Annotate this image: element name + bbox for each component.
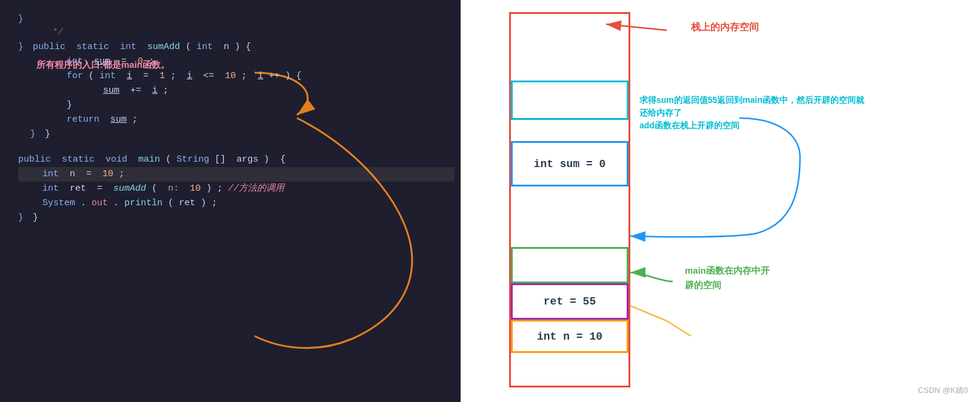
code-line-blank [18,142,455,153]
ann-return-value: 求得sum的返回值55返回到main函数中，然后开辟的空间就还给内存了 add函… [639,94,870,132]
svg-line-5 [630,306,667,321]
stack-top-empty [511,14,628,81]
csdn-watermark: CSDN @K婧0 [918,385,968,396]
ann-stack-memory: 栈上的内存空间 [691,21,759,34]
diagram-panel: int sum = 0 ret = 55 int n = 10 栈上的内存空间 … [461,0,980,402]
code-line: */ [18,25,455,40]
code-line-n: int n = 10 ; [18,167,455,182]
stack-n-box: int n = 10 [511,320,628,353]
code-line: } [18,12,455,25]
code-line-sum-add: sum += i ; [18,84,455,98]
stack-middle-empty [511,186,628,247]
bracket: } [18,211,25,224]
main-container: 所有程序的入口:都是main函数。 } */ } public static i… [0,0,980,402]
code-line-ret: int ret = sumAdd ( n: 10 ) ; //方法的调用 [18,182,455,196]
comment: */ [30,25,63,40]
n-label: int n = 10 [537,331,602,343]
code-line-return: return sum ; [18,113,455,127]
code-block: } */ } public static int sumAdd ( int n … [18,12,455,225]
int-sum-label: int sum = 0 [534,158,606,170]
stack-green-box [511,247,628,283]
code-line-main: public static void main ( String [] args… [18,153,455,167]
bracket: } [18,40,25,53]
svg-line-6 [667,321,691,336]
stack-container: int sum = 0 ret = 55 int n = 10 [509,12,630,387]
code-panel: 所有程序的入口:都是main函数。 } */ } public static i… [0,0,461,402]
ret-label: ret = 55 [544,295,596,308]
code-line-close: } [18,98,455,113]
ann-main-space: main函数在内存中开辟的空间 [685,263,770,292]
code-line-close3: } } [18,211,455,225]
bracket: } [30,127,38,140]
stack-cyan-box [511,81,628,120]
stack-ret-box: ret = 55 [511,283,628,320]
bracket: } [18,12,25,25]
code-line-close2: } } [18,127,455,142]
code-line-sum: int sum = 0 ; [18,54,455,69]
code-line-sumadd: } public static int sumAdd ( int n ) { [18,40,455,54]
code-line-for: for ( int i = 1 ; i <= 10 ; i ++ ) { [18,69,455,84]
stack-bottom-empty [511,353,628,389]
stack-int-sum-box: int sum = 0 [511,141,628,186]
code-line-println: System . out . println ( ret ) ; [18,196,455,211]
